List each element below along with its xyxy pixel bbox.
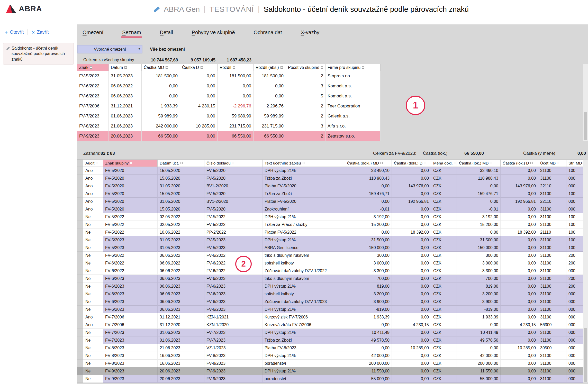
cell-dokl_d[interactable]: 0,00 <box>392 282 431 290</box>
cell-dokl_md[interactable]: 200 000,00 <box>345 360 392 367</box>
row-gutter[interactable] <box>77 367 83 375</box>
row-gutter[interactable] <box>77 198 83 205</box>
cell-znak[interactable]: FV-6/2023 <box>103 298 158 306</box>
column-header-dokl_d[interactable]: Částka (dokl.) D <box>392 159 431 167</box>
column-header-znak[interactable]: Znak <box>77 64 109 71</box>
cell-znak[interactable]: FV-7/2006 <box>103 321 158 329</box>
detail-row[interactable]: NeFV-5/202202.05.2022FV-5/2022DPH výstup… <box>77 213 583 221</box>
cell-znak[interactable]: FV-6/2023 <box>77 91 109 101</box>
cell-datum[interactable]: 06.06.2022 <box>158 259 204 267</box>
cell-znak[interactable]: FV-6/2023 <box>103 282 158 290</box>
cell-text[interactable]: poradenství <box>263 360 345 367</box>
cell-znak[interactable]: FV-7/2023 <box>77 111 109 121</box>
detail-row[interactable]: AnoFV-7/200631.12.2020KZN-1/2020Kurzová … <box>77 321 583 329</box>
cell-ucet_md[interactable]: 31100 <box>538 313 566 321</box>
cell-dokl_md[interactable]: 819,00 <box>345 282 392 290</box>
cell-dokl_md[interactable]: 118 988,43 <box>345 175 392 182</box>
cell-datum[interactable]: 16.06.2023 <box>158 352 204 360</box>
cell-dokl_md[interactable]: -3 300,00 <box>345 267 392 275</box>
cell-ucet_md[interactable]: 31100 <box>538 375 566 383</box>
cell-ucet_md[interactable]: 31100 <box>538 175 566 182</box>
cell-lok_d[interactable]: 143 976,00 <box>501 182 538 190</box>
cell-dokl_md[interactable]: 3 200,00 <box>345 290 392 298</box>
cell-str_md[interactable]: 000 <box>566 182 583 190</box>
cell-firma[interactable]: Stopro s.r.o. <box>325 71 381 81</box>
row-gutter[interactable] <box>77 329 83 336</box>
cell-mena[interactable]: CZK <box>431 167 457 175</box>
cell-rozdil[interactable]: 0,00 <box>218 81 254 91</box>
cell-castka_d[interactable]: 10 285,00 <box>180 121 218 131</box>
cell-cislo[interactable]: FV-6/2022 <box>204 252 263 259</box>
cell-castka_md[interactable]: 0,00 <box>142 81 180 91</box>
row-gutter[interactable] <box>77 344 83 352</box>
cell-datum[interactable]: 31.05.2023 <box>109 71 142 81</box>
cell-pocet[interactable]: 3 <box>286 121 325 131</box>
row-gutter[interactable] <box>77 298 83 306</box>
cell-datum[interactable]: 31.05.2023 <box>158 236 204 244</box>
cell-cislo[interactable]: FV-6/2023 <box>204 290 263 298</box>
cell-lok_md[interactable]: 31 500,00 <box>457 236 501 244</box>
cell-znak[interactable]: FV-9/2023 <box>77 131 109 141</box>
cell-rozdil_abs[interactable]: 59 989,99 <box>254 111 286 121</box>
cell-cislo[interactable]: FV-6/2023 <box>204 282 263 290</box>
cell-cislo[interactable]: FV-5/2020 <box>204 167 263 175</box>
cell-ucet_md[interactable]: 31100 <box>538 329 566 336</box>
cell-lok_md[interactable]: 10 411,49 <box>457 329 501 336</box>
cell-datum[interactable]: 06.06.2022 <box>158 252 204 259</box>
cell-audit[interactable]: Ano <box>83 182 103 190</box>
detail-row[interactable]: NeFV-6/202306.06.2023FV-6/2023DPH výstup… <box>77 282 583 290</box>
cell-rozdil_abs[interactable]: 181 500,00 <box>254 71 286 81</box>
cell-znak[interactable]: FV-5/2022 <box>103 221 158 228</box>
cell-znak[interactable]: FV-7/2023 <box>103 329 158 336</box>
cell-audit[interactable]: Ne <box>83 360 103 367</box>
cell-text[interactable]: softshell kalhoty <box>263 259 345 267</box>
cell-str_md[interactable]: 000 <box>566 344 583 352</box>
row-gutter[interactable] <box>77 267 83 275</box>
cell-ucet_md[interactable]: 31100 <box>538 352 566 360</box>
cell-lok_md[interactable]: -819,00 <box>457 306 501 313</box>
cell-datum[interactable]: 15.05.2020 <box>158 175 204 182</box>
cell-datum[interactable]: 20.06.2023 <box>158 367 204 375</box>
cell-dokl_d[interactable]: 0,00 <box>392 213 431 221</box>
cell-text[interactable]: Tržba za Zboží <box>263 190 345 198</box>
cell-lok_md[interactable]: 42 000,00 <box>457 352 501 360</box>
detail-row[interactable]: AnoFV-5/202015.05.2020FV-5/2020Tržba za … <box>77 190 583 198</box>
cell-lok_d[interactable]: 192 966,81 <box>501 198 538 205</box>
cell-datum[interactable]: 15.05.2020 <box>158 167 204 175</box>
cell-znak[interactable]: FV-8/2023 <box>103 352 158 360</box>
cell-rozdil_abs[interactable]: 0,00 <box>254 81 286 91</box>
cell-dokl_d[interactable]: 0,00 <box>392 367 431 375</box>
open-button[interactable]: + Otevřít <box>5 30 24 35</box>
cell-ucet_md[interactable]: 31100 <box>538 213 566 221</box>
cell-pocet[interactable]: 2 <box>286 111 325 121</box>
cell-lok_md[interactable]: 3 000,00 <box>457 259 501 267</box>
cell-mena[interactable]: CZK <box>431 267 457 275</box>
row-gutter[interactable] <box>77 275 83 282</box>
cell-text[interactable]: Kurzová ztráta FV-7/2006 <box>263 321 345 329</box>
cell-lok_d[interactable]: 0,00 <box>501 221 538 228</box>
cell-text[interactable]: softshell kalhoty <box>263 290 345 298</box>
cell-lok_md[interactable]: 0,00 <box>457 344 501 352</box>
cell-dokl_d[interactable]: 0,00 <box>392 221 431 228</box>
cell-ucet_md[interactable]: 31100 <box>538 282 566 290</box>
cell-ucet_md[interactable]: 31100 <box>538 221 566 228</box>
cell-datum[interactable]: 21.06.2023 <box>109 121 142 131</box>
cell-mena[interactable]: CZK <box>431 259 457 267</box>
cell-rozdil_abs[interactable]: 231 715,00 <box>254 121 286 131</box>
cell-cislo[interactable]: FV-6/2022 <box>204 267 263 275</box>
cell-dokl_md[interactable]: 15 200,00 <box>345 221 392 228</box>
cell-rozdil_abs[interactable]: 66 550,00 <box>254 131 286 141</box>
cell-cislo[interactable]: FV-5/2023 <box>204 236 263 244</box>
cell-znak[interactable]: FV-9/2023 <box>103 375 158 383</box>
cell-datum[interactable]: 31.05.2020 <box>158 182 204 190</box>
cell-mena[interactable]: CZK <box>431 352 457 360</box>
cell-cislo[interactable]: VZ-1/2023 <box>204 344 263 352</box>
cell-audit[interactable]: Ne <box>83 228 103 236</box>
cell-mena[interactable]: CZK <box>431 221 457 228</box>
row-gutter[interactable] <box>77 213 83 221</box>
cell-datum[interactable]: 06.06.2023 <box>158 282 204 290</box>
cell-cislo[interactable]: FV-9/2023 <box>204 375 263 383</box>
cell-datum[interactable]: 01.06.2023 <box>158 336 204 344</box>
cell-audit[interactable]: Ano <box>83 167 103 175</box>
row-gutter[interactable] <box>77 282 83 290</box>
